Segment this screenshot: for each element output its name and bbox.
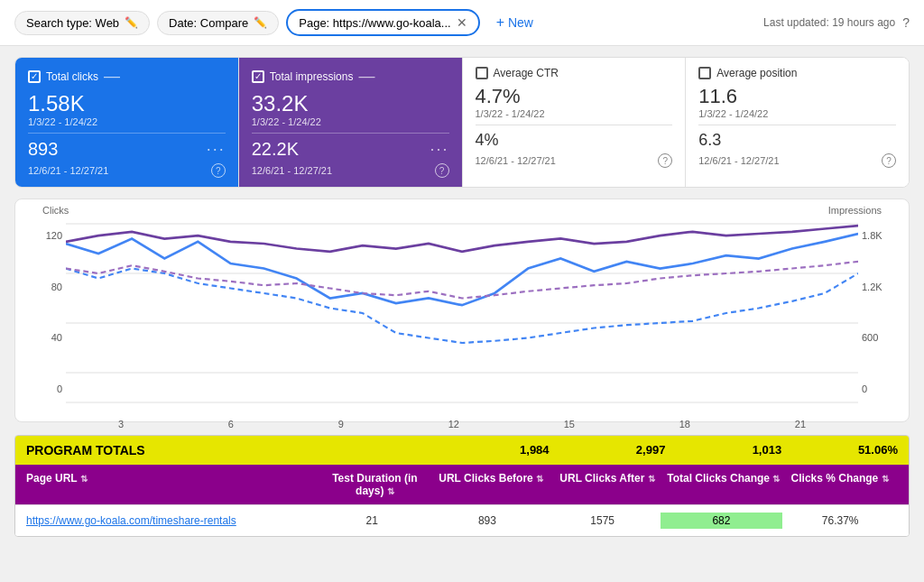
- table-header-row: Page URL ⇅ Test Duration (in days) ⇅ URL…: [15, 465, 909, 504]
- edit-date-icon[interactable]: ✏️: [254, 16, 267, 29]
- total-impressions-period1: 1/3/22 - 1/24/22: [252, 116, 449, 127]
- avg-position-checkbox[interactable]: [698, 67, 711, 79]
- main-content: Total clicks — 1.58K 1/3/22 - 1/24/22 89…: [0, 46, 924, 548]
- sort-pct-icon[interactable]: ⇅: [882, 474, 889, 484]
- total-impressions-value1: 33.2K: [252, 91, 309, 116]
- program-totals-label: PROGRAM TOTALS: [26, 443, 317, 457]
- close-page-tab-icon[interactable]: ✕: [457, 15, 467, 30]
- total-clicks-more-icon[interactable]: ···: [207, 140, 226, 159]
- new-button-label: New: [508, 15, 533, 30]
- total-impressions-label: Total impressions: [270, 70, 354, 83]
- chart-x-label-21: 21: [795, 419, 806, 430]
- sort-url-icon[interactable]: ⇅: [80, 474, 88, 484]
- last-updated-help-icon[interactable]: ?: [902, 15, 910, 30]
- td-duration: 21: [314, 514, 430, 527]
- chart-area: Clicks Impressions 120 80 40 0: [14, 199, 910, 422]
- metric-card-avg-ctr: Average CTR 4.7% 1/3/22 - 1/24/22 4% 12/…: [463, 58, 687, 187]
- edit-search-type-icon[interactable]: ✏️: [125, 16, 138, 29]
- metric-card-total-clicks: Total clicks — 1.58K 1/3/22 - 1/24/22 89…: [15, 58, 239, 187]
- chart-y-right-0: 0: [862, 383, 867, 394]
- td-clicks-after: 1575: [545, 514, 661, 527]
- program-totals-val3: 1,013: [665, 443, 781, 457]
- tab-page[interactable]: Page: https://www.go-koala... ✕: [286, 9, 479, 36]
- table-row: https://www.go-koala.com/timeshare-renta…: [15, 504, 909, 536]
- td-clicks-change: 682: [661, 513, 783, 529]
- chart-left-axis-label: Clicks: [42, 205, 69, 216]
- th-pct: Clicks % Change ⇅: [781, 472, 898, 497]
- chart-y-right-12k: 1.2K: [862, 282, 882, 292]
- avg-ctr-value1: 4.7%: [476, 85, 521, 108]
- total-clicks-period2: 12/6/21 - 12/27/21: [28, 165, 108, 176]
- program-totals-val1: 1,984: [433, 443, 550, 457]
- total-clicks-value1: 1.58K: [28, 91, 85, 116]
- avg-position-period1: 1/3/22 - 1/24/22: [698, 108, 896, 119]
- total-impressions-checkbox[interactable]: [252, 70, 264, 83]
- avg-ctr-period1: 1/3/22 - 1/24/22: [476, 108, 673, 119]
- chart-x-label-15: 15: [564, 419, 575, 430]
- avg-ctr-value2: 4%: [476, 131, 499, 149]
- tab-date[interactable]: Date: Compare ✏️: [157, 11, 279, 35]
- tab-page-label: Page: https://www.go-koala...: [299, 16, 450, 30]
- metric-card-avg-position: Average position 11.6 1/3/22 - 1/24/22 6…: [686, 58, 909, 187]
- avg-ctr-help-icon[interactable]: ?: [658, 153, 672, 168]
- avg-position-period2: 12/6/21 - 12/27/21: [698, 155, 779, 166]
- chart-y-left-40: 40: [51, 332, 62, 343]
- top-bar: Search type: Web ✏️ Date: Compare ✏️ Pag…: [0, 0, 924, 46]
- chart-y-left-0: 0: [57, 383, 62, 394]
- avg-position-value1: 11.6: [698, 85, 737, 108]
- chart-x-label-18: 18: [679, 419, 690, 430]
- metric-card-total-impressions: Total impressions — 33.2K 1/3/22 - 1/24/…: [239, 58, 463, 187]
- chart-y-right-600: 600: [862, 332, 878, 343]
- sort-after-icon[interactable]: ⇅: [648, 474, 655, 484]
- program-totals-val2: 2,997: [550, 443, 666, 457]
- new-button[interactable]: + New: [487, 10, 542, 35]
- chart-x-label-9: 9: [338, 419, 344, 430]
- program-totals-row: PROGRAM TOTALS 1,984 2,997 1,013 51.06%: [15, 436, 909, 465]
- avg-ctr-label: Average CTR: [494, 67, 559, 79]
- total-clicks-period1: 1/3/22 - 1/24/22: [28, 116, 226, 127]
- chart-y-left-80: 80: [51, 282, 62, 292]
- sort-duration-icon[interactable]: ⇅: [387, 486, 394, 496]
- td-clicks-before: 893: [430, 514, 545, 527]
- th-url: Page URL ⇅: [26, 472, 317, 497]
- total-clicks-help-icon[interactable]: ?: [211, 163, 226, 178]
- sort-change-icon[interactable]: ⇅: [772, 474, 780, 484]
- chart-x-label-6: 6: [228, 419, 234, 430]
- chart-y-left-120: 120: [46, 230, 62, 241]
- td-clicks-pct-change: 76.37%: [782, 514, 898, 527]
- chart-x-label-3: 3: [118, 419, 124, 430]
- program-totals-val4: 51.06%: [781, 443, 898, 457]
- chart-y-right-18k: 1.8K: [862, 230, 882, 241]
- total-impressions-dash-icon[interactable]: —: [358, 67, 374, 86]
- plus-icon: +: [496, 14, 504, 31]
- avg-position-help-icon[interactable]: ?: [882, 153, 896, 168]
- tab-search-type-label: Search type: Web: [26, 16, 119, 30]
- avg-position-value2: 6.3: [698, 131, 721, 149]
- th-before: URL Clicks Before ⇅: [433, 472, 550, 497]
- chart-x-label-12: 12: [448, 419, 459, 430]
- last-updated-text: Last updated: 19 hours ago: [763, 16, 895, 29]
- total-impressions-value2: 22.2K: [252, 139, 299, 160]
- total-clicks-value2: 893: [28, 139, 58, 160]
- th-after: URL Clicks After ⇅: [550, 472, 666, 497]
- avg-ctr-period2: 12/6/21 - 12/27/21: [476, 155, 556, 166]
- total-clicks-label: Total clicks: [46, 70, 98, 83]
- sort-before-icon[interactable]: ⇅: [536, 474, 543, 484]
- td-url[interactable]: https://www.go-koala.com/timeshare-renta…: [26, 514, 314, 527]
- total-clicks-dash-icon[interactable]: —: [104, 67, 120, 86]
- th-change: Total Clicks Change ⇅: [665, 472, 781, 497]
- metric-cards: Total clicks — 1.58K 1/3/22 - 1/24/22 89…: [14, 57, 910, 188]
- total-impressions-more-icon[interactable]: ···: [430, 140, 448, 159]
- total-impressions-period2: 12/6/21 - 12/27/21: [252, 165, 332, 176]
- total-impressions-help-icon[interactable]: ?: [435, 163, 449, 178]
- bottom-table: PROGRAM TOTALS 1,984 2,997 1,013 51.06% …: [14, 435, 910, 537]
- total-clicks-checkbox[interactable]: [28, 70, 41, 83]
- tab-search-type[interactable]: Search type: Web ✏️: [14, 11, 150, 35]
- tab-date-label: Date: Compare: [169, 16, 248, 30]
- chart-svg: [66, 214, 858, 412]
- avg-ctr-checkbox[interactable]: [476, 67, 488, 79]
- th-duration: Test Duration (in days) ⇅: [317, 472, 433, 497]
- avg-position-label: Average position: [716, 67, 797, 79]
